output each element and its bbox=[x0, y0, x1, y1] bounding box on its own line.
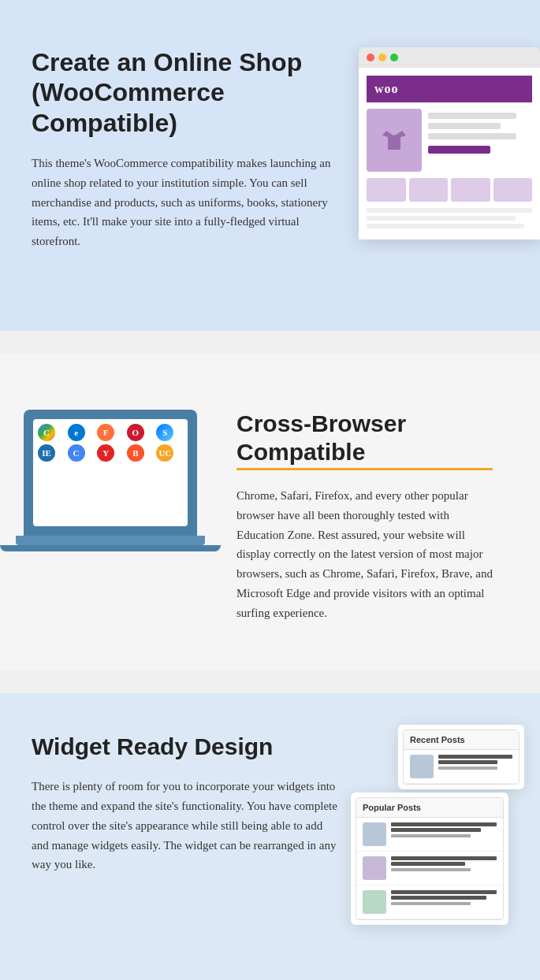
woo-logo-text: woo bbox=[374, 82, 399, 95]
minimize-dot bbox=[378, 54, 386, 61]
widget-section: Widget Ready Design There is plenty of r… bbox=[0, 693, 540, 977]
popular-posts-section: Popular Posts bbox=[356, 797, 504, 920]
cross-browser-section: C e F O S IE C Y B UC Cross-Browser Comp… bbox=[0, 355, 540, 670]
recent-post-text bbox=[438, 755, 512, 770]
product-description-lines bbox=[428, 109, 532, 172]
edge-icon: e bbox=[68, 424, 85, 441]
popular-post-text-2 bbox=[391, 856, 497, 871]
chrome-icon: C bbox=[38, 424, 55, 441]
product-grid-item-3 bbox=[451, 178, 490, 202]
widget-image-container: Recent Posts Popular Posts bbox=[351, 725, 540, 925]
desc-line-2 bbox=[428, 123, 501, 129]
firefox-icon: F bbox=[97, 424, 114, 441]
laptop-mockup-container: C e F O S IE C Y B UC bbox=[0, 410, 221, 551]
recent-post-item-1 bbox=[404, 750, 519, 784]
uc-icon: UC bbox=[156, 444, 173, 462]
popular-post-thumb-1 bbox=[363, 822, 386, 846]
popular-post-item-1 bbox=[356, 818, 503, 852]
browser-text-column: Cross-Browser Compatible Chrome, Safari,… bbox=[221, 394, 516, 622]
product-thumbnail bbox=[367, 109, 422, 172]
browser-heading: Cross-Browser Compatible bbox=[236, 410, 493, 470]
chrome2-icon: C bbox=[68, 444, 85, 462]
recent-posts-section: Recent Posts bbox=[403, 729, 520, 785]
laptop-screen: C e F O S IE C Y B UC bbox=[24, 410, 197, 536]
add-to-cart-button-visual bbox=[428, 146, 490, 154]
content-line-1 bbox=[367, 208, 532, 213]
recent-posts-header: Recent Posts bbox=[404, 730, 519, 750]
bottom-space bbox=[0, 977, 540, 980]
section-divider-1 bbox=[0, 331, 540, 355]
recent-posts-widget: Recent Posts bbox=[398, 725, 524, 789]
woo-body: This theme's WooCommerce compatibility m… bbox=[32, 154, 331, 251]
laptop-base bbox=[16, 536, 205, 545]
popular-post-thumb-2 bbox=[363, 856, 386, 880]
woo-browser-mockup: woo bbox=[359, 47, 540, 239]
woo-image-container: woo bbox=[359, 47, 540, 239]
section-divider-2 bbox=[0, 670, 540, 693]
product-grid-item-2 bbox=[409, 178, 449, 202]
content-line-3 bbox=[367, 224, 524, 228]
popular-post-item-3 bbox=[356, 885, 503, 919]
shirt-icon bbox=[378, 124, 410, 156]
browser-icons-row-1: C e F O S bbox=[38, 424, 183, 441]
expand-dot bbox=[390, 54, 398, 61]
product-grid bbox=[367, 178, 532, 202]
product-grid-item-4 bbox=[493, 178, 533, 202]
woo-text-column: Create an Online Shop (WooCommerce Compa… bbox=[32, 39, 331, 251]
post-title-line-1 bbox=[438, 755, 512, 759]
laptop-screen-inner: C e F O S IE C Y B UC bbox=[33, 419, 188, 526]
woo-logo-area: woo bbox=[367, 76, 532, 102]
brave-icon: B bbox=[127, 444, 144, 462]
recent-post-thumb bbox=[410, 755, 434, 778]
popular-post-text-1 bbox=[391, 822, 497, 837]
woo-heading: Create an Online Shop (WooCommerce Compa… bbox=[32, 47, 331, 138]
woocommerce-section: Create an Online Shop (WooCommerce Compa… bbox=[0, 0, 540, 331]
ie-icon: IE bbox=[38, 444, 55, 462]
browser-title-bar bbox=[359, 47, 540, 68]
widget-heading: Widget Ready Design bbox=[32, 733, 339, 761]
desc-line-1 bbox=[428, 113, 516, 119]
safari-icon: S bbox=[156, 424, 173, 441]
opera-icon: O bbox=[127, 424, 144, 441]
popular-post-text-3 bbox=[391, 890, 497, 905]
product-grid-item-1 bbox=[367, 178, 406, 202]
product-row bbox=[367, 109, 532, 172]
close-dot bbox=[367, 54, 374, 61]
widget-text-column: Widget Ready Design There is plenty of r… bbox=[32, 733, 339, 874]
content-lines bbox=[367, 208, 532, 228]
content-line-2 bbox=[367, 216, 516, 221]
popular-post-item-2 bbox=[356, 852, 503, 885]
browser-body: Chrome, Safari, Firefox, and every other… bbox=[236, 486, 493, 622]
woo-browser-content: woo bbox=[359, 68, 540, 239]
popular-post-thumb-3 bbox=[363, 890, 386, 914]
popular-posts-widget: Popular Posts bbox=[351, 793, 508, 925]
post-title-line-2 bbox=[438, 760, 497, 764]
post-date bbox=[438, 767, 497, 770]
yandex-icon: Y bbox=[97, 444, 114, 462]
laptop-bottom bbox=[0, 545, 221, 551]
desc-line-3 bbox=[428, 133, 516, 139]
popular-posts-header: Popular Posts bbox=[356, 798, 503, 818]
widget-body: There is plenty of room for you to incor… bbox=[32, 777, 339, 874]
browser-icons-row-2: IE C Y B UC bbox=[38, 444, 183, 462]
